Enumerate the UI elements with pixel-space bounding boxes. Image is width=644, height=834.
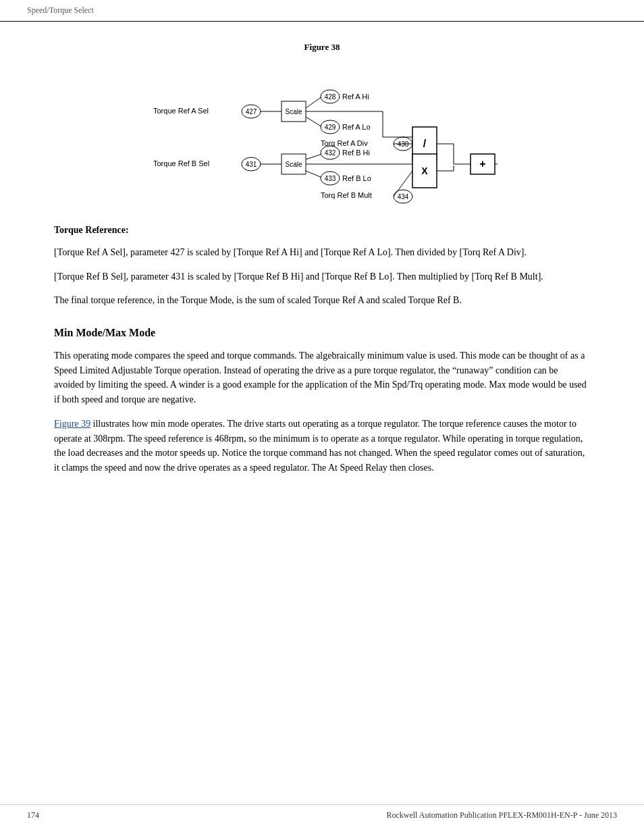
- badge-431: 431: [246, 161, 257, 168]
- section-paragraph-2-text: illustrates how min mode operates. The d…: [54, 419, 585, 473]
- ref-b-hi-label: Ref B Hi: [342, 149, 370, 157]
- badge-427: 427: [246, 108, 257, 115]
- section-paragraph-1: This operating mode compares the speed a…: [54, 348, 590, 407]
- ref-a-lo-label: Ref A Lo: [342, 123, 371, 131]
- paragraph-2: [Torque Ref B Sel], parameter 431 is sca…: [54, 269, 590, 284]
- paragraph-3: The final torque reference, in the Torqu…: [54, 293, 590, 308]
- torque-ref-a-sel-label: Torque Ref A Sel: [153, 107, 209, 115]
- ref-b-lo-label: Ref B Lo: [342, 174, 371, 182]
- add-symbol: +: [479, 158, 485, 170]
- badge-432: 432: [325, 149, 336, 157]
- torque-reference-label: Torque Reference:: [54, 225, 590, 236]
- scale-b-label: Scale: [285, 161, 302, 168]
- badge-434: 434: [398, 193, 409, 201]
- scale-a-label: Scale: [285, 108, 302, 115]
- badge-429: 429: [325, 124, 336, 131]
- torque-ref-b-sel-label: Torque Ref B Sel: [153, 159, 209, 167]
- section-heading: Min Mode/Max Mode: [54, 327, 590, 339]
- page-number: 174: [27, 810, 39, 820]
- paragraph-1: [Torque Ref A Sel], parameter 427 is sca…: [54, 245, 590, 260]
- badge-433: 433: [325, 175, 336, 182]
- mult-symbol: X: [421, 165, 428, 176]
- torq-ref-b-mult-label: Torq Ref B Mult: [321, 191, 372, 199]
- figure-39-link[interactable]: Figure 39: [54, 419, 90, 429]
- page-content: Figure 38 Torque Ref A Sel 427 Torque Re…: [0, 22, 644, 525]
- figure-label: Figure 38: [54, 42, 590, 53]
- page-header: Speed/Torque Select: [0, 0, 644, 22]
- figure-38-diagram: Torque Ref A Sel 427 Torque Ref B Sel 43…: [146, 59, 498, 205]
- page-footer: 174 Rockwell Automation Publication PFLE…: [0, 804, 644, 820]
- div-symbol: /: [423, 138, 427, 149]
- publication-info: Rockwell Automation Publication PFLEX-RM…: [386, 810, 617, 820]
- badge-428: 428: [325, 93, 336, 101]
- svg-line-5: [306, 117, 322, 127]
- ref-a-hi-label: Ref A Hi: [342, 93, 369, 101]
- figure-container: Torque Ref A Sel 427 Torque Ref B Sel 43…: [54, 59, 590, 205]
- section-paragraph-2: Figure 39 illustrates how min mode opera…: [54, 417, 590, 475]
- svg-line-16: [306, 154, 322, 159]
- header-text: Speed/Torque Select: [27, 5, 94, 15]
- svg-line-4: [306, 97, 322, 108]
- svg-line-17: [306, 171, 322, 178]
